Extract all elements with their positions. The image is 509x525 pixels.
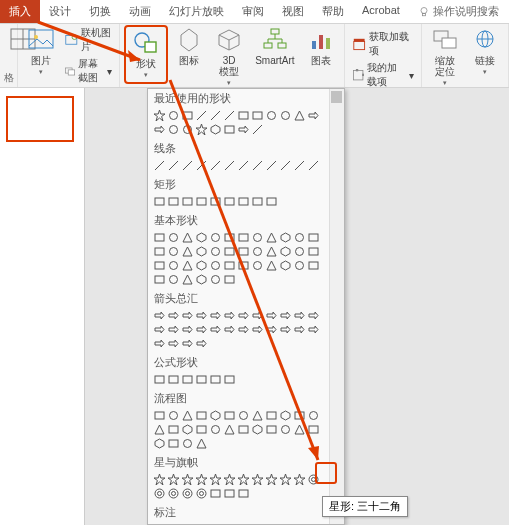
shape-item[interactable]: [250, 322, 264, 336]
shape-item[interactable]: [208, 230, 222, 244]
shape-item[interactable]: [250, 308, 264, 322]
shape-item[interactable]: [180, 422, 194, 436]
shape-item[interactable]: [264, 308, 278, 322]
shape-item[interactable]: [292, 244, 306, 258]
shape-item[interactable]: [180, 486, 194, 500]
link-button[interactable]: 链接▾: [466, 25, 504, 78]
chart-button[interactable]: 图表: [302, 25, 340, 68]
tab-help[interactable]: 帮助: [313, 0, 353, 23]
shape-item[interactable]: [180, 108, 194, 122]
shape-item[interactable]: [194, 472, 208, 486]
shape-item[interactable]: [222, 372, 236, 386]
shape-item[interactable]: [208, 108, 222, 122]
shape-item[interactable]: [208, 422, 222, 436]
shape-item[interactable]: [208, 158, 222, 172]
shape-item[interactable]: [222, 194, 236, 208]
shape-item[interactable]: [264, 230, 278, 244]
shape-item[interactable]: [222, 472, 236, 486]
shape-item[interactable]: [166, 436, 180, 450]
shape-item[interactable]: [180, 322, 194, 336]
shape-item[interactable]: [236, 230, 250, 244]
shape-item[interactable]: [208, 272, 222, 286]
shape-item[interactable]: [152, 122, 166, 136]
shape-item[interactable]: [180, 336, 194, 350]
shape-item[interactable]: [264, 408, 278, 422]
shape-item[interactable]: [208, 408, 222, 422]
online-pictures-button[interactable]: 联机图片: [62, 25, 115, 55]
shape-item[interactable]: [194, 336, 208, 350]
shape-item[interactable]: [222, 272, 236, 286]
shape-item[interactable]: [292, 422, 306, 436]
shape-item[interactable]: [180, 372, 194, 386]
shape-item[interactable]: [250, 408, 264, 422]
tab-transition[interactable]: 切换: [80, 0, 120, 23]
shape-item[interactable]: [194, 230, 208, 244]
shape-item[interactable]: [306, 258, 320, 272]
shape-item[interactable]: [180, 194, 194, 208]
shape-item[interactable]: [222, 108, 236, 122]
shape-item[interactable]: [222, 258, 236, 272]
shape-item[interactable]: [194, 408, 208, 422]
shape-item[interactable]: [208, 122, 222, 136]
shape-item[interactable]: [250, 158, 264, 172]
shape-item[interactable]: [152, 486, 166, 500]
shape-item[interactable]: [152, 372, 166, 386]
shape-item[interactable]: [236, 308, 250, 322]
shape-item[interactable]: [194, 194, 208, 208]
screenshot-button[interactable]: 屏幕截图▾: [62, 56, 115, 86]
shape-item[interactable]: [152, 422, 166, 436]
shapes-button[interactable]: 形状 ▾: [127, 28, 165, 81]
shape-item[interactable]: [166, 408, 180, 422]
shape-item[interactable]: [152, 108, 166, 122]
shape-item[interactable]: [208, 194, 222, 208]
shape-item[interactable]: [306, 158, 320, 172]
shape-item[interactable]: [278, 322, 292, 336]
shape-item[interactable]: [222, 244, 236, 258]
shape-item[interactable]: [250, 230, 264, 244]
shape-item[interactable]: [264, 472, 278, 486]
shape-item[interactable]: [236, 122, 250, 136]
shape-item[interactable]: [222, 230, 236, 244]
shape-item[interactable]: [208, 258, 222, 272]
shape-item[interactable]: [236, 486, 250, 500]
shape-item[interactable]: [166, 122, 180, 136]
shape-item[interactable]: [208, 486, 222, 500]
shape-item[interactable]: [180, 258, 194, 272]
shape-item[interactable]: [250, 122, 264, 136]
shape-item[interactable]: [236, 194, 250, 208]
shape-item[interactable]: [180, 230, 194, 244]
shape-item[interactable]: [152, 194, 166, 208]
shape-item[interactable]: [236, 108, 250, 122]
tab-review[interactable]: 审阅: [233, 0, 273, 23]
shape-item[interactable]: [222, 122, 236, 136]
shape-item[interactable]: [306, 108, 320, 122]
shape-item[interactable]: [292, 322, 306, 336]
tab-insert[interactable]: 插入: [0, 0, 40, 23]
shape-item[interactable]: [222, 322, 236, 336]
shape-item[interactable]: [152, 336, 166, 350]
shape-item[interactable]: [264, 244, 278, 258]
shape-item[interactable]: [306, 322, 320, 336]
shape-item[interactable]: [194, 308, 208, 322]
shape-item[interactable]: [208, 372, 222, 386]
shape-item[interactable]: [236, 408, 250, 422]
shape-item[interactable]: [278, 308, 292, 322]
shape-item[interactable]: [180, 308, 194, 322]
shape-item[interactable]: [278, 158, 292, 172]
shape-item[interactable]: [166, 322, 180, 336]
shape-item[interactable]: [208, 244, 222, 258]
shape-item[interactable]: [166, 422, 180, 436]
shape-item[interactable]: [152, 322, 166, 336]
zoom-button[interactable]: 缩放定位▾: [426, 25, 464, 89]
shape-item[interactable]: [152, 244, 166, 258]
shape-item[interactable]: [222, 158, 236, 172]
shape-item[interactable]: [278, 422, 292, 436]
shape-item[interactable]: [166, 336, 180, 350]
shape-item[interactable]: [166, 244, 180, 258]
shape-item[interactable]: [180, 408, 194, 422]
shape-item[interactable]: [180, 272, 194, 286]
shape-item[interactable]: [236, 422, 250, 436]
shape-item[interactable]: [222, 486, 236, 500]
shape-item[interactable]: [152, 272, 166, 286]
shape-item[interactable]: [180, 122, 194, 136]
